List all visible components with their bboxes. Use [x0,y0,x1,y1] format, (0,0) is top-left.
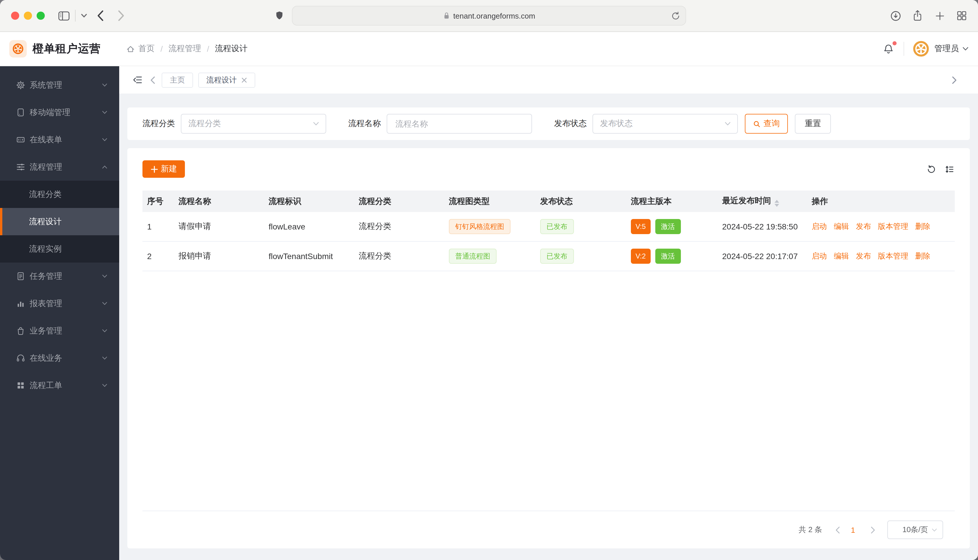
close-window-button[interactable] [11,12,19,20]
action-publish-link[interactable]: 发布 [856,222,871,231]
minimize-window-button[interactable] [24,12,32,20]
headset-icon [16,353,25,363]
chevron-down-icon [724,122,731,126]
action-edit-link[interactable]: 编辑 [834,252,849,260]
page-size-select[interactable]: 10条/页 [887,520,943,539]
chevron-down-icon [102,274,107,278]
url-bar[interactable]: tenant.orangeforms.com [292,6,686,25]
tabs-scroll-left-icon[interactable] [150,76,155,84]
breadcrumb-separator: / [160,44,163,53]
menu-fold-icon[interactable] [132,75,142,85]
refresh-icon[interactable] [926,164,936,174]
close-tab-icon[interactable] [241,77,247,83]
row-density-icon[interactable] [944,164,955,174]
filter-category-select[interactable]: 流程分类 [181,114,326,133]
breadcrumb-item[interactable]: 流程管理 [169,43,201,54]
cell-flow-category: 流程分类 [359,242,449,271]
toolbar-chevron-down-icon[interactable] [81,13,87,18]
home-icon[interactable] [126,45,135,53]
sidebar-item-system-mgmt[interactable]: 系统管理 [0,72,119,99]
flow-table: 序号 流程名称 流程标识 流程分类 流程图类型 发布状态 流程主版本 最近发布时… [142,190,955,271]
select-placeholder: 流程分类 [188,118,221,129]
sidebar-item-label: 在线表单 [30,135,62,145]
sidebar-item-label: 流程管理 [30,162,62,172]
create-button[interactable]: 新建 [142,160,185,178]
create-button-label: 新建 [161,164,177,174]
back-icon[interactable] [97,10,104,22]
breadcrumb-home[interactable]: 首页 [139,43,155,54]
next-page-icon[interactable] [871,526,876,533]
action-edit-link[interactable]: 编辑 [834,222,849,231]
prev-page-icon[interactable] [835,526,840,533]
tasks-icon [16,271,25,281]
cell-published-time: 2024-05-22 19:58:50 [722,212,812,242]
sidebar-item-label: 业务管理 [30,326,62,336]
sidebar-item-workflow-order[interactable]: 流程工单 [0,372,119,399]
sidebar-item-online-business[interactable]: 在线业务 [0,345,119,372]
action-delete-link[interactable]: 删除 [915,222,930,231]
action-start-link[interactable]: 启动 [812,252,827,260]
page-tab-bar: 主页 流程设计 [119,66,978,93]
reset-button[interactable]: 重置 [795,114,831,133]
col-main-version: 流程主版本 [631,190,722,212]
main-area: 主页 流程设计 流程分类 流程分类 [119,66,978,560]
sidebar-item-flow-category[interactable]: 流程分类 [0,181,119,208]
query-button[interactable]: 查询 [745,114,788,133]
breadcrumb: 首页 / 流程管理 / 流程设计 [126,43,248,54]
tab-overview-icon[interactable] [956,10,968,22]
action-delete-link[interactable]: 删除 [915,252,930,260]
browser-window: tenant.orangeforms.com [0,0,978,560]
sidebar-item-mobile-mgmt[interactable]: 移动端管理 [0,99,119,126]
search-icon [753,120,761,128]
action-start-link[interactable]: 启动 [812,222,827,231]
action-version-mgmt-link[interactable]: 版本管理 [878,222,908,231]
notifications-button[interactable] [883,43,894,55]
sidebar-item-online-forms[interactable]: 在线表单 [0,126,119,153]
sidebar-item-flow-instance[interactable]: 流程实例 [0,235,119,263]
filter-name-input[interactable] [394,118,525,129]
share-icon[interactable] [912,9,923,22]
sort-carets-icon[interactable] [774,200,779,207]
col-actions: 操作 [812,190,955,212]
lock-icon [443,12,450,20]
download-icon[interactable] [889,10,902,22]
filter-status-select[interactable]: 发布状态 [592,114,738,133]
sidebar-item-label: 在线业务 [30,353,62,363]
active-status-badge: 激活 [655,219,680,234]
sidebar-item-business-mgmt[interactable]: 业务管理 [0,317,119,345]
avatar citrus-icon[interactable] [912,40,930,58]
cell-flow-category: 流程分类 [359,212,449,242]
cell-actions: 启动编辑发布版本管理删除 [812,242,955,271]
breadcrumb-current: 流程设计 [215,43,248,54]
new-tab-icon[interactable] [935,10,945,21]
zoom-window-button[interactable] [37,12,45,20]
sidebar-item-workflow-mgmt[interactable]: 流程管理 [0,153,119,181]
sidebar-item-task-mgmt[interactable]: 任务管理 [0,263,119,290]
tab-home[interactable]: 主页 [162,72,193,87]
sidebar-item-flow-design[interactable]: 流程设计 [0,208,119,235]
user-name[interactable]: 管理员 [935,43,959,54]
bar-chart-icon [16,298,25,308]
action-publish-link[interactable]: 发布 [856,252,871,260]
shield-icon[interactable] [274,10,284,22]
sidebar-toggle-icon[interactable] [58,11,70,21]
page-number[interactable]: 1 [845,525,861,534]
query-button-label: 查询 [764,118,780,129]
user-menu-chevron-down-icon[interactable] [962,47,969,51]
col-published-time[interactable]: 最近发布时间 [722,190,812,212]
tab-flow-design[interactable]: 流程设计 [198,72,255,87]
tab-label: 主页 [170,75,185,85]
sidebar-subitem-label: 流程分类 [29,189,62,200]
chevron-down-icon [313,122,319,126]
browser-toolbar: tenant.orangeforms.com [0,0,978,32]
unread-badge [893,41,897,45]
sidebar-item-report-mgmt[interactable]: 报表管理 [0,290,119,317]
plus-icon [150,165,158,173]
content-area: 流程分类 流程分类 流程名称 发布状态 发布状态 [119,93,978,560]
reload-icon[interactable] [671,11,680,21]
reset-button-label: 重置 [805,118,821,129]
forward-icon[interactable] [117,10,125,22]
tabs-scroll-right-icon[interactable] [952,76,957,84]
tab-label: 流程设计 [206,75,237,85]
action-version-mgmt-link[interactable]: 版本管理 [878,252,908,260]
